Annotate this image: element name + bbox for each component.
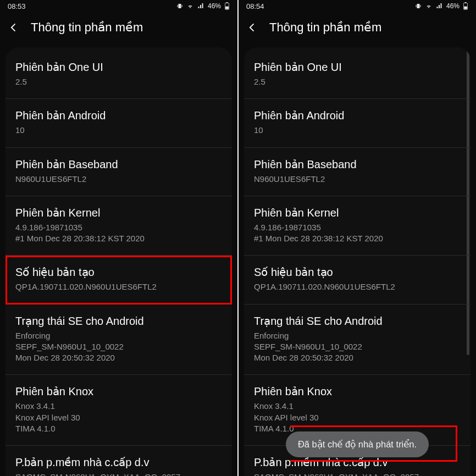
setting-item-4[interactable]: Số hiệu bản tạoQP1A.190711.020.N960U1UES… [5, 256, 232, 304]
phone-left: 08:53 46% Thông tin phần mềm Phiên bản O… [0, 0, 237, 476]
setting-item-7[interactable]: P.bản p.mềm nhà c.cấp d.vSAOMC_SM-N960U1… [5, 446, 232, 476]
setting-value: 4.9.186-19871035 #1 Mon Dec 28 20:38:12 … [254, 222, 461, 245]
setting-title: Số hiệu bản tạo [15, 265, 222, 279]
setting-value: SAOMC_SM-N960U1_OYM_XAA_QQ_0057 25e1cccc… [254, 472, 461, 476]
setting-value: Knox 3.4.1 Knox API level 30 TIMA 4.1.0 [254, 401, 461, 434]
setting-item-1[interactable]: Phiên bản Android10 [5, 99, 232, 147]
setting-kernel[interactable]: Phiên bản Kernel 4.9.186-19871035 #1 Mon… [244, 196, 471, 256]
status-time: 08:54 [246, 2, 264, 10]
setting-title: Trạng thái SE cho Android [15, 314, 222, 328]
setting-value: QP1A.190711.020.N960U1UES6FTL2 [254, 281, 461, 292]
setting-item-2[interactable]: Phiên bản BasebandN960U1UES6FTL2 [5, 148, 232, 196]
status-bar: 08:53 46% [0, 0, 237, 12]
setting-value: 10 [15, 125, 222, 136]
page-title: Thông tin phần mềm [31, 20, 143, 35]
setting-build-number[interactable]: Số hiệu bản tạo QP1A.190711.020.N960U1UE… [244, 256, 471, 304]
setting-baseband[interactable]: Phiên bản Baseband N960U1UES6FTL2 [244, 148, 471, 196]
setting-title: Phiên bản Android [254, 109, 461, 123]
signal-icon [436, 3, 443, 9]
setting-title: Phiên bản Kernel [15, 206, 222, 220]
setting-title: Phiên bản Knox [254, 385, 461, 398]
setting-value: 10 [254, 125, 461, 136]
vibrate-icon [415, 3, 422, 9]
svg-rect-4 [226, 2, 228, 3]
setting-one-ui[interactable]: Phiên bản One UI 2.5 [244, 51, 471, 99]
setting-value: 2.5 [254, 76, 461, 87]
svg-rect-7 [416, 5, 416, 7]
setting-title: Phiên bản One UI [15, 60, 222, 74]
status-battery-pct: 46% [446, 2, 460, 10]
svg-rect-5 [225, 7, 229, 9]
back-button[interactable] [7, 20, 21, 35]
status-time: 08:53 [8, 2, 26, 10]
svg-rect-6 [417, 4, 419, 8]
wifi-icon [186, 3, 194, 9]
setting-value: 4.9.186-19871035 #1 Mon Dec 28 20:38:12 … [15, 222, 222, 245]
wifi-icon [425, 3, 433, 9]
status-battery-pct: 46% [208, 2, 221, 10]
setting-item-0[interactable]: Phiên bản One UI2.5 [5, 51, 232, 99]
setting-title: P.bản p.mềm nhà c.cấp d.v [254, 456, 461, 469]
svg-rect-10 [465, 2, 467, 3]
setting-value: N960U1UES6FTL2 [254, 174, 461, 185]
setting-android[interactable]: Phiên bản Android 10 [244, 99, 471, 147]
svg-rect-11 [464, 7, 467, 9]
header: Thông tin phần mềm [239, 12, 476, 43]
setting-title: Phiên bản Knox [15, 385, 222, 398]
page-title: Thông tin phần mềm [269, 20, 381, 35]
header: Thông tin phần mềm [0, 12, 237, 43]
status-bar: 08:54 46% [239, 0, 476, 12]
setting-item-3[interactable]: Phiên bản Kernel4.9.186-19871035 #1 Mon … [5, 196, 232, 256]
settings-panel: Phiên bản One UI2.5Phiên bản Android10Ph… [5, 47, 232, 476]
setting-value: QP1A.190711.020.N960U1UES6FTL2 [15, 281, 222, 292]
setting-item-6[interactable]: Phiên bản KnoxKnox 3.4.1 Knox API level … [5, 375, 232, 446]
setting-item-5[interactable]: Trạng thái SE cho AndroidEnforcing SEPF_… [5, 305, 232, 375]
setting-value: SAOMC_SM-N960U1_OYM_XAA_QQ_0057 25e1cccc… [15, 472, 222, 476]
setting-title: P.bản p.mềm nhà c.cấp d.v [15, 456, 222, 469]
setting-value: Enforcing SEPF_SM-N960U1_10_0022 Mon Dec… [15, 330, 222, 364]
setting-title: Phiên bản Baseband [15, 158, 222, 171]
phone-right: 08:54 46% Thông tin phần mềm Phiên bản O… [239, 0, 476, 476]
svg-rect-8 [420, 5, 420, 7]
setting-value: Knox 3.4.1 Knox API level 30 TIMA 4.1.0 [15, 401, 222, 434]
svg-rect-0 [178, 4, 181, 8]
setting-knox[interactable]: Phiên bản Knox Knox 3.4.1 Knox API level… [244, 375, 471, 446]
svg-rect-1 [177, 5, 178, 7]
setting-value: Enforcing SEPF_SM-N960U1_10_0022 Mon Dec… [254, 330, 461, 364]
vibrate-icon [176, 3, 183, 9]
setting-title: Phiên bản One UI [254, 60, 461, 74]
svg-rect-2 [181, 5, 182, 7]
setting-se-android[interactable]: Trạng thái SE cho Android Enforcing SEPF… [244, 305, 471, 375]
setting-title: Phiên bản Baseband [254, 158, 461, 171]
setting-value: N960U1UES6FTL2 [15, 174, 222, 185]
setting-title: Phiên bản Android [15, 109, 222, 123]
battery-icon [224, 2, 230, 10]
setting-title: Trạng thái SE cho Android [254, 314, 461, 328]
battery-icon [463, 2, 468, 10]
signal-icon [197, 3, 204, 9]
settings-panel: Phiên bản One UI 2.5 Phiên bản Android 1… [244, 47, 471, 476]
setting-value: 2.5 [15, 76, 222, 87]
back-button[interactable] [245, 20, 259, 35]
setting-title: Phiên bản Kernel [254, 206, 461, 220]
setting-service-provider[interactable]: P.bản p.mềm nhà c.cấp d.v SAOMC_SM-N960U… [244, 446, 471, 476]
setting-title: Số hiệu bản tạo [254, 265, 461, 279]
